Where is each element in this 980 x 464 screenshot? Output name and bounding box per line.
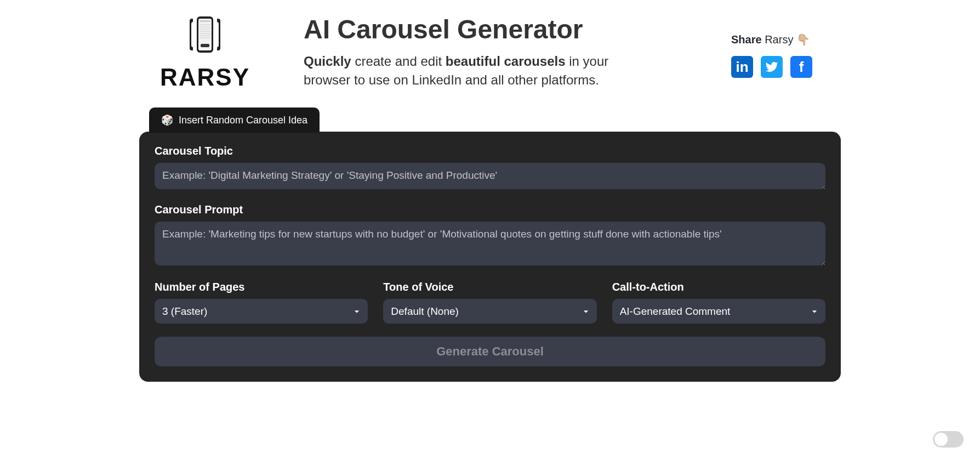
theme-toggle[interactable] xyxy=(933,431,964,448)
svg-rect-5 xyxy=(200,29,210,30)
tone-of-voice-label: Tone of Voice xyxy=(383,281,596,293)
share-label: Share Rarsy 👇🏼 xyxy=(731,33,841,46)
svg-rect-6 xyxy=(200,31,210,32)
svg-rect-8 xyxy=(200,35,210,36)
svg-rect-7 xyxy=(200,33,210,34)
carousel-topic-input[interactable] xyxy=(155,163,825,189)
call-to-action-label: Call-to-Action xyxy=(612,281,825,293)
random-idea-label: Insert Random Carousel Idea xyxy=(179,115,307,126)
brand-name: RARSY xyxy=(160,64,250,91)
page-title: AI Carousel Generator xyxy=(304,14,698,44)
svg-rect-2 xyxy=(200,20,210,22)
share-block: Share Rarsy 👇🏼 in f xyxy=(731,11,841,78)
generate-carousel-button[interactable]: Generate Carousel xyxy=(155,337,825,366)
number-of-pages-label: Number of Pages xyxy=(155,281,368,293)
carousel-prompt-label: Carousel Prompt xyxy=(155,203,825,216)
facebook-icon[interactable]: f xyxy=(790,56,812,78)
number-of-pages-select[interactable]: 3 (Faster) xyxy=(155,299,368,324)
generator-panel: Carousel Topic Carousel Prompt Number of… xyxy=(139,132,841,382)
share-label-rest: Rarsy 👇🏼 xyxy=(762,33,810,46)
svg-rect-10 xyxy=(201,44,209,47)
svg-rect-3 xyxy=(200,24,210,25)
app-logo-icon xyxy=(181,11,229,58)
share-label-bold: Share xyxy=(731,33,762,46)
subtitle-text-1: create and edit xyxy=(351,54,446,69)
logo-block: RARSY xyxy=(139,11,271,91)
call-to-action-select[interactable]: AI-Generated Comment xyxy=(612,299,825,324)
twitter-icon[interactable] xyxy=(761,56,783,78)
carousel-prompt-input[interactable] xyxy=(155,222,825,265)
svg-rect-9 xyxy=(200,37,210,38)
subtitle-bold-1: Quickly xyxy=(304,54,351,69)
title-block: AI Carousel Generator Quickly create and… xyxy=(304,11,698,89)
carousel-topic-label: Carousel Topic xyxy=(155,145,825,157)
dice-icon: 🎲 xyxy=(161,114,173,126)
subtitle-bold-2: beautiful carousels xyxy=(446,54,566,69)
page-subtitle: Quickly create and edit beautiful carous… xyxy=(304,52,654,89)
tone-of-voice-select[interactable]: Default (None) xyxy=(383,299,596,324)
insert-random-idea-tab[interactable]: 🎲 Insert Random Carousel Idea xyxy=(149,107,320,133)
toggle-knob xyxy=(935,433,948,446)
svg-rect-4 xyxy=(200,26,210,27)
linkedin-icon[interactable]: in xyxy=(731,56,753,78)
